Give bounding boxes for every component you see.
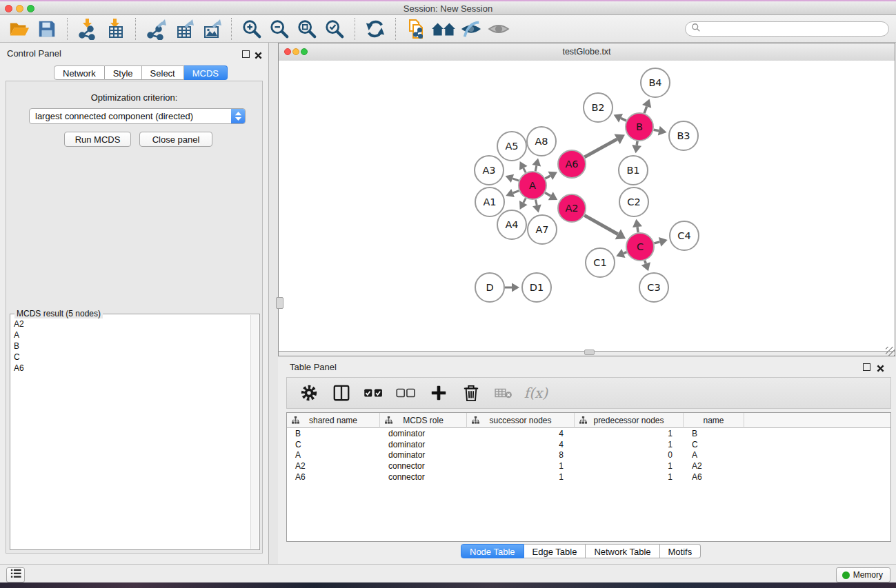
- table-row[interactable]: Adominator80A: [287, 449, 890, 460]
- search-input[interactable]: [704, 22, 888, 36]
- clone-network-icon[interactable]: [404, 17, 428, 41]
- graph-node-A3[interactable]: A3: [475, 156, 504, 185]
- column-label: shared name: [309, 416, 357, 425]
- node-label: A1: [483, 196, 496, 207]
- cell-MCDS-role: dominator: [380, 429, 467, 438]
- criterion-value: largest connected component (directed): [30, 111, 231, 121]
- graph-node-D1[interactable]: D1: [522, 273, 551, 302]
- tab-network[interactable]: Network: [54, 65, 105, 80]
- graph-node-B1[interactable]: B1: [619, 156, 648, 185]
- cell-predecessor-nodes: 1: [575, 440, 684, 449]
- toolbar-groups: [6, 17, 512, 41]
- network-canvas[interactable]: B4B2BB3A8A5A6A3B1AC2A1A2A4A7C4CC1DD1C3: [279, 61, 895, 352]
- run-mcds-button[interactable]: Run MCDS: [64, 132, 131, 147]
- hierarchy-icon: [472, 416, 479, 426]
- canvas-bottom-handle[interactable]: [584, 349, 595, 355]
- tab-style[interactable]: Style: [105, 65, 142, 80]
- plus-icon[interactable]: [428, 382, 450, 404]
- memory-button[interactable]: Memory: [836, 567, 890, 582]
- graph-node-B3[interactable]: B3: [669, 121, 698, 150]
- graph-node-B4[interactable]: B4: [641, 68, 670, 97]
- gear-icon[interactable]: [298, 382, 320, 404]
- float-panel-icon[interactable]: [242, 50, 250, 58]
- zoom-out-icon[interactable]: [267, 17, 292, 41]
- split-columns-icon[interactable]: [330, 382, 352, 404]
- trash-icon[interactable]: [460, 382, 482, 404]
- column-header-predecessor-nodes[interactable]: predecessor nodes: [575, 413, 684, 428]
- mcds-tab-content: Optimization criterion: largest connecte…: [6, 81, 263, 554]
- criterion-dropdown[interactable]: largest connected component (directed): [29, 108, 246, 124]
- graph-node-A6[interactable]: A6: [558, 150, 586, 178]
- column-header-MCDS-role[interactable]: MCDS role: [380, 413, 467, 428]
- cell-shared-name: A2: [287, 461, 380, 471]
- column-header-name[interactable]: name: [684, 413, 744, 428]
- search-box[interactable]: [685, 21, 889, 37]
- column-header-shared-name[interactable]: shared name: [287, 413, 380, 428]
- double-home-icon[interactable]: [431, 17, 456, 41]
- export-image-icon[interactable]: [199, 17, 223, 41]
- result-item-a2[interactable]: A2: [11, 318, 251, 330]
- graph-node-C[interactable]: C: [626, 233, 654, 261]
- refresh-icon[interactable]: [363, 17, 388, 41]
- tab-select[interactable]: Select: [142, 65, 184, 80]
- graph-node-A5[interactable]: A5: [497, 132, 526, 161]
- result-item-b[interactable]: B: [11, 341, 251, 352]
- table-close-icon[interactable]: [877, 363, 884, 370]
- graph-node-A2[interactable]: A2: [558, 194, 586, 222]
- tab-mcds[interactable]: MCDS: [184, 65, 228, 80]
- graph-node-A1[interactable]: A1: [475, 187, 504, 216]
- zoom-selected-icon[interactable]: [322, 17, 347, 41]
- network-graph: B4B2BB3A8A5A6A3B1AC2A1A2A4A7C4CC1DD1C3: [279, 61, 895, 351]
- graph-node-C2[interactable]: C2: [619, 187, 648, 216]
- toolbar-separator: [135, 18, 136, 40]
- table-float-icon[interactable]: [863, 363, 870, 371]
- graph-node-D[interactable]: D: [475, 273, 504, 302]
- graph-node-C3[interactable]: C3: [639, 273, 668, 302]
- export-table-icon[interactable]: [171, 17, 196, 41]
- export-network-icon[interactable]: [143, 17, 168, 41]
- eye-slash-icon[interactable]: [459, 17, 484, 41]
- import-network-icon[interactable]: [75, 17, 100, 41]
- result-scrollbar[interactable]: [250, 315, 259, 549]
- table-tab-motifs[interactable]: Motifs: [660, 544, 701, 558]
- graph-node-A[interactable]: A: [519, 172, 546, 199]
- open-folder-icon[interactable]: [7, 17, 32, 41]
- network-window-titlebar[interactable]: testGlobe.txt: [279, 43, 895, 61]
- result-item-a[interactable]: A: [11, 330, 251, 341]
- node-label: A4: [505, 219, 518, 230]
- node-label: C: [637, 241, 644, 252]
- table-tab-edge-table[interactable]: Edge Table: [524, 544, 586, 558]
- table-row[interactable]: Bdominator41B: [287, 428, 890, 439]
- eye-icon[interactable]: [486, 17, 511, 41]
- graph-node-C1[interactable]: C1: [586, 248, 615, 277]
- column-label: successor nodes: [489, 416, 551, 425]
- checkboxes-unchecked-icon[interactable]: [395, 382, 417, 404]
- result-item-c[interactable]: C: [11, 352, 251, 363]
- save-floppy-icon[interactable]: [34, 17, 59, 41]
- table-tab-node-table[interactable]: Node Table: [461, 544, 524, 558]
- node-label: A5: [505, 141, 518, 152]
- table-tab-network-table[interactable]: Network Table: [586, 544, 659, 558]
- window-resize-grip[interactable]: [886, 347, 895, 356]
- graph-node-A7[interactable]: A7: [528, 215, 557, 244]
- zoom-fit-icon[interactable]: [295, 17, 319, 41]
- column-header-successor-nodes[interactable]: successor nodes: [467, 413, 575, 428]
- graph-node-A8[interactable]: A8: [527, 127, 556, 156]
- zoom-in-icon[interactable]: [239, 17, 264, 41]
- graph-node-B2[interactable]: B2: [584, 93, 613, 122]
- table-row[interactable]: Cdominator41C: [287, 439, 890, 450]
- close-panel-icon[interactable]: [255, 50, 262, 57]
- graph-node-A4[interactable]: A4: [497, 210, 526, 239]
- result-item-a6[interactable]: A6: [11, 363, 251, 374]
- table-row[interactable]: A2connector11A2: [287, 460, 890, 472]
- node-table: shared nameMCDS rolesuccessor nodesprede…: [286, 412, 891, 542]
- import-table-icon[interactable]: [103, 17, 128, 41]
- graph-node-C4[interactable]: C4: [670, 221, 699, 250]
- close-panel-button[interactable]: Close panel: [139, 132, 212, 147]
- task-list-button[interactable]: [6, 567, 25, 582]
- table-row[interactable]: A6connector11A6: [287, 472, 890, 483]
- checkboxes-checked-icon[interactable]: [363, 382, 385, 404]
- canvas-side-handle[interactable]: [276, 297, 283, 309]
- graph-node-B[interactable]: B: [626, 113, 653, 141]
- cell-name: A2: [684, 461, 744, 471]
